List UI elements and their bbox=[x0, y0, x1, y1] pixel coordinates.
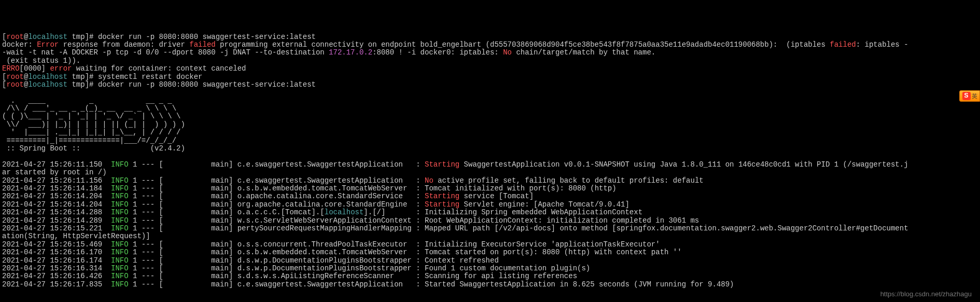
terminal-output[interactable]: [root@localhost tmp]# docker run -p 8080… bbox=[2, 33, 978, 289]
log-line: 2021-04-27 15:26:15.221 INFO 1 --- [ mai… bbox=[2, 225, 978, 232]
spring-ascii-1: /\\ / ___'_ __ _ _(_)_ __ __ _ \ \ \ \ bbox=[2, 105, 978, 113]
log-line: ar started by root in /) bbox=[2, 169, 978, 176]
log-line: 2021-04-27 15:26:11.156 INFO 1 --- [ mai… bbox=[2, 177, 978, 185]
spring-ascii-6: :: Spring Boot :: (v2.4.2) bbox=[2, 145, 978, 153]
log-line: 2021-04-27 15:26:16.314 INFO 1 --- [ mai… bbox=[2, 265, 978, 272]
log-line: 2021-04-27 15:26:17.835 INFO 1 --- [ mai… bbox=[2, 281, 978, 289]
spring-ascii-3: \\/ ___)| |_)| | | | | || (_| | ) ) ) ) bbox=[2, 121, 978, 129]
blank-line-2 bbox=[2, 153, 978, 160]
log-line: 2021-04-27 15:26:14.288 INFO 1 --- [ mai… bbox=[2, 209, 978, 216]
blank-line bbox=[2, 89, 978, 97]
ime-lang-text: 英 bbox=[972, 93, 977, 99]
log-line: 2021-04-27 15:26:16.174 INFO 1 --- [ mai… bbox=[2, 257, 978, 265]
prompt-line-1: [root@localhost tmp]# docker run -p 8080… bbox=[2, 33, 978, 41]
erro-line: ERRO[0000] error waiting for container: … bbox=[2, 65, 978, 73]
log-line: 2021-04-27 15:26:16.426 INFO 1 --- [ mai… bbox=[2, 272, 978, 280]
log-line: 2021-04-27 15:26:14.289 INFO 1 --- [ mai… bbox=[2, 217, 978, 225]
log-line: 2021-04-27 15:26:14.204 INFO 1 --- [ mai… bbox=[2, 193, 978, 200]
prompt-line-2: [root@localhost tmp]# systemctl restart … bbox=[2, 73, 978, 81]
log-line: 2021-04-27 15:26:11.150 INFO 1 --- [ mai… bbox=[2, 161, 978, 169]
spring-ascii-0: . ____ _ __ _ _ bbox=[2, 97, 978, 105]
csdn-watermark: https://blog.csdn.net/zhazhagu bbox=[880, 291, 972, 298]
docker-error-line-3: (exit status 1)). bbox=[2, 57, 978, 65]
log-line: 2021-04-27 15:26:15.469 INFO 1 --- [ mai… bbox=[2, 241, 978, 249]
spring-ascii-4: ' |____| .__|_| |_|_| |_\__, | / / / / bbox=[2, 129, 978, 136]
prompt-line-3: [root@localhost tmp]# docker run -p 8080… bbox=[2, 81, 978, 89]
ime-indicator[interactable]: S 英 bbox=[959, 90, 980, 102]
log-lines: 2021-04-27 15:26:11.150 INFO 1 --- [ mai… bbox=[2, 161, 978, 289]
spring-ascii-2: ( ( )\___ | '_ | '_| | '_ \/ _` | \ \ \ … bbox=[2, 113, 978, 120]
log-line: 2021-04-27 15:26:16.170 INFO 1 --- [ mai… bbox=[2, 249, 978, 256]
log-line: ation(String, HttpServletRequest)] bbox=[2, 232, 978, 240]
docker-error-line-2: -wait -t nat -A DOCKER -p tcp -d 0/0 --d… bbox=[2, 49, 978, 57]
spring-ascii-5: =========|_|==============|___/=/_/_/_/ bbox=[2, 137, 978, 145]
docker-error-line-1: docker: Error response from daemon: driv… bbox=[2, 41, 978, 49]
ime-sogou-icon: S bbox=[962, 92, 971, 100]
log-line: 2021-04-27 15:26:14.184 INFO 1 --- [ mai… bbox=[2, 185, 978, 193]
log-line: 2021-04-27 15:26:14.204 INFO 1 --- [ mai… bbox=[2, 201, 978, 209]
